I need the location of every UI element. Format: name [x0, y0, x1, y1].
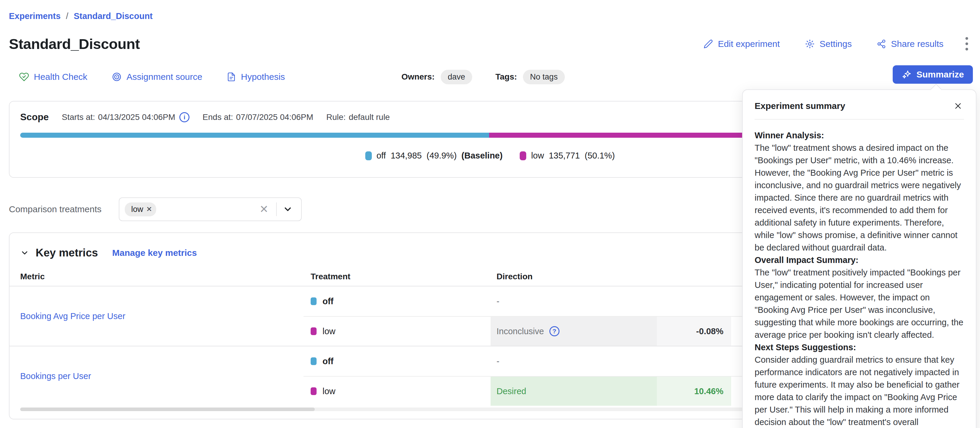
metric-link-bookings-per-user[interactable]: Bookings per User: [20, 371, 91, 381]
hypothesis-label: Hypothesis: [241, 72, 285, 82]
summary-panel-body: Winner Analysis: The "low" treatment sho…: [755, 129, 964, 428]
legend-off-pct: (49.9%): [426, 151, 457, 160]
remove-treatment-icon[interactable]: ✕: [146, 205, 152, 213]
edit-experiment-label: Edit experiment: [718, 39, 780, 49]
summarize-label: Summarize: [916, 70, 964, 79]
key-metrics-collapse-toggle[interactable]: Key metrics: [20, 247, 98, 259]
summary-section-heading: Winner Analysis:: [755, 129, 964, 141]
help-icon[interactable]: ?: [549, 326, 560, 336]
starts-value: 04/13/2025 04:06PM: [98, 113, 175, 122]
chevron-down-icon[interactable]: [280, 204, 296, 214]
treatment-name: low: [323, 327, 336, 336]
metric-link-booking-avg-price[interactable]: Booking Avg Price per User: [20, 311, 125, 321]
direction-cell-desired: Desired: [491, 376, 657, 406]
ends-value: 07/07/2025 04:06PM: [236, 113, 313, 122]
treatment-cell: off: [304, 287, 491, 316]
value-cell: [657, 346, 731, 376]
scope-ends: Ends at: 07/07/2025 04:06PM: [202, 113, 313, 122]
page-title: Standard_Discount: [9, 36, 140, 52]
experiment-meta-row: Health Check Assignment source Hypothesi…: [9, 68, 971, 86]
settings-label: Settings: [819, 39, 852, 49]
comparison-treatments-select[interactable]: low ✕ ✕: [119, 197, 302, 221]
treatment-cell: low: [304, 316, 491, 346]
summary-section-impact: Overall Impact Summary: The "low" treatm…: [755, 254, 964, 341]
tags-chip[interactable]: No tags: [523, 70, 565, 84]
low-swatch: [311, 327, 317, 335]
target-icon: [112, 72, 122, 82]
rule-label: Rule:: [326, 113, 346, 122]
summary-panel-title: Experiment summary: [755, 101, 845, 111]
treatment-name: off: [323, 296, 334, 306]
selected-treatment-chip[interactable]: low ✕: [125, 203, 156, 216]
sparkles-icon: [902, 70, 912, 79]
summary-section-text: The "low" treatment positively impacted …: [755, 266, 964, 341]
low-swatch: [520, 151, 526, 160]
pencil-icon: [703, 39, 713, 49]
comparison-treatments-label: Comparison treatments: [9, 204, 102, 214]
settings-button[interactable]: Settings: [805, 39, 852, 49]
summary-panel-header: Experiment summary: [755, 100, 964, 112]
legend-item-low: low 135,771 (50.1%): [520, 151, 615, 160]
direction-cell-inconclusive: Inconclusive ?: [491, 316, 657, 346]
share-results-button[interactable]: Share results: [877, 39, 943, 49]
edit-experiment-button[interactable]: Edit experiment: [703, 39, 780, 49]
column-header-treatment: Treatment: [304, 272, 491, 281]
legend-off-baseline: (Baseline): [461, 151, 503, 160]
assignment-source-link[interactable]: Assignment source: [112, 72, 202, 82]
owners-block: Owners: dave: [401, 70, 473, 84]
direction-cell: -: [491, 346, 657, 376]
value-cell: 10.46%: [657, 376, 731, 406]
column-header-direction: Direction: [491, 272, 657, 281]
treatment-name: off: [323, 357, 334, 366]
legend-low-count: 135,771: [549, 151, 580, 160]
clear-selection-icon[interactable]: ✕: [255, 204, 273, 215]
gear-icon: [805, 39, 815, 49]
title-row: Standard_Discount Edit experiment Settin…: [9, 35, 971, 52]
off-swatch: [365, 151, 372, 160]
summarize-button[interactable]: Summarize: [893, 65, 973, 84]
metric-cell: Booking Avg Price per User: [10, 287, 304, 346]
breadcrumb-current-link[interactable]: Standard_Discount: [74, 11, 153, 21]
manage-key-metrics-link[interactable]: Manage key metrics: [112, 248, 197, 258]
breadcrumb-separator: /: [66, 11, 68, 21]
direction-cell: -: [491, 287, 657, 316]
summary-section-winner: Winner Analysis: The "low" treatment sho…: [755, 129, 964, 254]
legend-off-count: 134,985: [390, 151, 422, 160]
owner-chip[interactable]: dave: [441, 70, 473, 84]
starts-label: Starts at:: [62, 113, 95, 122]
horizontal-scrollbar-thumb[interactable]: [20, 407, 315, 411]
experiment-summary-panel: Experiment summary Winner Analysis: The …: [742, 89, 977, 428]
legend-low-name: low: [531, 151, 544, 160]
metric-cell: Bookings per User: [10, 346, 304, 406]
column-header-metric: Metric: [10, 272, 304, 281]
tags-block: Tags: No tags: [495, 70, 565, 84]
legend-low-pct: (50.1%): [585, 151, 615, 160]
select-divider: [276, 203, 277, 216]
close-icon[interactable]: [952, 100, 964, 112]
assignment-source-label: Assignment source: [127, 72, 202, 82]
info-icon[interactable]: i: [179, 112, 189, 122]
more-options-button[interactable]: [963, 35, 971, 52]
off-swatch: [311, 357, 317, 365]
health-check-label: Health Check: [34, 72, 87, 82]
value-cell: -0.08%: [657, 316, 731, 346]
breadcrumb: Experiments / Standard_Discount: [9, 0, 971, 21]
rule-value: default rule: [348, 113, 390, 122]
health-check-link[interactable]: Health Check: [19, 72, 87, 82]
share-results-label: Share results: [891, 39, 943, 49]
owners-label: Owners:: [401, 72, 435, 82]
key-metrics-title: Key metrics: [36, 247, 98, 259]
header-actions: Edit experiment Settings Share results: [703, 35, 971, 52]
breadcrumb-experiments-link[interactable]: Experiments: [9, 11, 60, 21]
ends-label: Ends at:: [202, 113, 233, 122]
tags-label: Tags:: [495, 72, 517, 82]
low-swatch: [311, 387, 317, 395]
panel-divider: [755, 119, 964, 120]
summary-section-next-steps: Next Steps Suggestions: Consider adding …: [755, 341, 964, 428]
chevron-down-icon: [20, 249, 29, 257]
treatment-cell: low: [304, 376, 491, 406]
summary-section-text: The "low" treatment shows a desired impa…: [755, 141, 964, 254]
hypothesis-link[interactable]: Hypothesis: [227, 72, 285, 82]
legend-off-name: off: [377, 151, 386, 160]
scope-title: Scope: [20, 112, 49, 122]
